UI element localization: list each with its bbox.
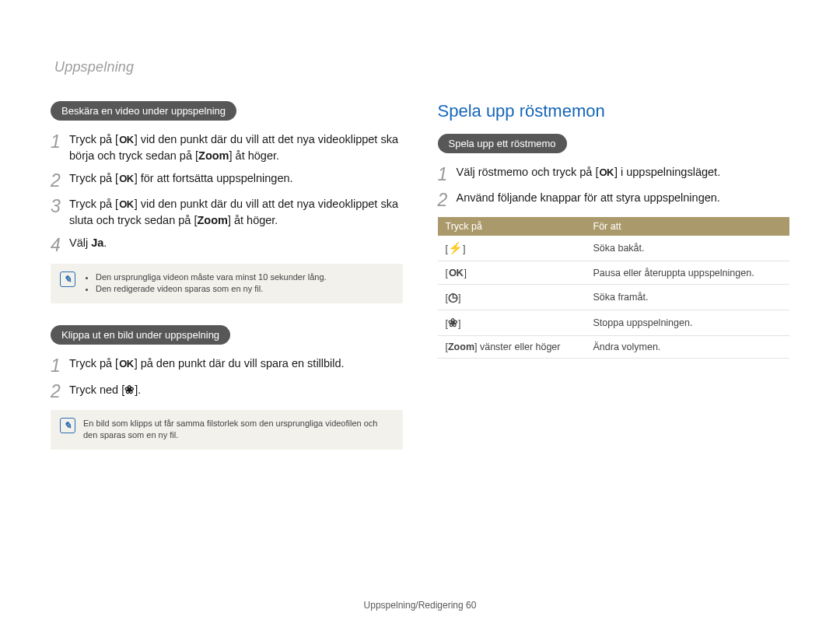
text: Tryck på [ — [69, 133, 118, 145]
zoom-label: Zoom — [448, 342, 474, 352]
th-press: Tryck på — [438, 217, 586, 236]
th-to: För att — [586, 217, 790, 236]
zoom-label: Zoom — [197, 214, 227, 226]
text: ] åt höger. — [228, 214, 278, 226]
note-icon: ✎ — [60, 271, 75, 287]
ok-icon: OK — [448, 267, 464, 278]
step-4: 4 Välj Ja. — [51, 235, 403, 254]
step-body: Tryck på [OK] för att fortsätta uppspeln… — [69, 170, 293, 187]
step-body: Tryck på [OK] på den punkt där du vill s… — [69, 356, 345, 372]
bracket: ] — [458, 292, 460, 303]
text: . — [103, 236, 107, 249]
cell-key: [Zoom] vänster eller höger — [438, 336, 586, 359]
step-body: Tryck ned [❀]. — [69, 381, 141, 398]
footer-label: Uppspelning/Redigering — [364, 600, 466, 611]
r-step-1: 1 Välj röstmemo och tryck på [OK] i upps… — [438, 164, 790, 184]
ok-icon: OK — [118, 133, 135, 148]
text: ] åt höger. — [229, 149, 280, 162]
right-column: Spela upp röstmemon Spela upp ett röstme… — [438, 101, 790, 450]
cell-action: Söka framåt. — [586, 285, 790, 310]
step-number: 3 — [51, 196, 69, 215]
note-icon: ✎ — [60, 418, 75, 433]
text: Tryck på [ — [69, 172, 118, 184]
table-row: [⚡] Söka bakåt. — [438, 236, 790, 261]
step-2b: 2 Tryck ned [❀]. — [51, 381, 403, 401]
step-3: 3 Tryck på [OK] vid den punkt där du vil… — [51, 196, 403, 229]
macro-icon: ❀ — [448, 316, 458, 330]
step-body: Välj röstmemo och tryck på [OK] i uppspe… — [457, 164, 721, 180]
text: ] för att fortsätta uppspelningen. — [135, 172, 293, 184]
note-text: En bild som klipps ut får samma filstorl… — [83, 418, 394, 442]
bracket: ] — [458, 318, 460, 329]
step-number: 1 — [51, 356, 69, 375]
table-row: [◷] Söka framåt. — [438, 285, 790, 310]
page-footer: Uppspelning/Redigering 60 — [0, 600, 840, 611]
text: ] vänster eller höger — [474, 342, 560, 352]
note-list: Den ursprungliga videon måste vara minst… — [83, 271, 327, 296]
step-number: 2 — [51, 170, 69, 190]
step-1: 1 Tryck på [OK] vid den punkt där du vil… — [51, 131, 403, 164]
heading-voice-memo: Spela upp röstmemon — [438, 101, 790, 121]
pill-play-memo: Spela upp ett röstmemo — [438, 134, 567, 153]
note-item: Den ursprungliga videon måste vara minst… — [96, 271, 327, 283]
step-body: Tryck på [OK] vid den punkt där du vill … — [69, 196, 403, 229]
cell-action: Söka bakåt. — [586, 236, 790, 261]
step-2: 2 Tryck på [OK] för att fortsätta uppspe… — [51, 170, 403, 190]
text: Välj — [69, 236, 91, 249]
cell-key: [⚡] — [438, 236, 586, 261]
running-head: Uppspelning — [54, 59, 134, 75]
pill-trim-video: Beskära en video under uppspelning — [51, 101, 236, 121]
ja-label: Ja — [91, 236, 103, 249]
r-step-2: 2 Använd följande knappar för att styra … — [438, 190, 790, 209]
step-number: 4 — [51, 235, 69, 254]
text: Tryck ned [ — [69, 384, 124, 396]
ok-icon: OK — [118, 198, 135, 212]
note-box-2: ✎ En bild som klipps ut får samma filsto… — [51, 410, 403, 450]
left-column: Beskära en video under uppspelning 1 Try… — [51, 101, 403, 450]
step-number: 1 — [51, 131, 69, 151]
pill-clip-image: Klippa ut en bild under uppspelning — [51, 325, 230, 345]
cell-key: [OK] — [438, 261, 586, 285]
timer-icon: ◷ — [448, 290, 458, 304]
section-clip-image: Klippa ut en bild under uppspelning 1 Tr… — [51, 325, 403, 450]
cell-key: [❀] — [438, 310, 586, 336]
ok-icon: OK — [118, 357, 135, 372]
bracket: ] — [463, 243, 465, 254]
text: ] på den punkt där du vill spara en stil… — [135, 357, 345, 370]
step-body: Välj Ja. — [69, 235, 107, 251]
step-number: 2 — [51, 381, 69, 401]
macro-icon: ❀ — [124, 381, 135, 398]
controls-table: Tryck på För att [⚡] Söka bakåt. [OK] — [438, 217, 790, 359]
bracket: ] — [464, 268, 466, 278]
text: Tryck på [ — [69, 357, 118, 370]
text: Tryck på [ — [69, 198, 118, 210]
cell-key: [◷] — [438, 285, 586, 310]
table-row: [❀] Stoppa uppspelningen. — [438, 310, 790, 336]
note-box-1: ✎ Den ursprungliga videon måste vara min… — [51, 264, 403, 303]
ok-icon: OK — [118, 172, 135, 187]
step-number: 1 — [438, 164, 457, 184]
table-row: [OK] Pausa eller återuppta uppspelningen… — [438, 261, 790, 285]
note-item: Den redigerade videon sparas som en ny f… — [96, 283, 327, 295]
cell-action: Ändra volymen. — [586, 336, 790, 359]
text: ] i uppspelningsläget. — [614, 166, 720, 178]
step-number: 2 — [438, 190, 457, 209]
step-body: Använd följande knappar för att styra up… — [457, 190, 720, 206]
flash-icon: ⚡ — [448, 241, 463, 255]
ok-icon: OK — [598, 166, 614, 180]
page-number: 60 — [466, 600, 476, 611]
text: ]. — [135, 384, 141, 396]
step-1b: 1 Tryck på [OK] på den punkt där du vill… — [51, 356, 403, 375]
step-body: Tryck på [OK] vid den punkt där du vill … — [69, 131, 403, 164]
zoom-label: Zoom — [198, 149, 229, 162]
cell-action: Pausa eller återuppta uppspelningen. — [586, 261, 790, 285]
table-row: [Zoom] vänster eller höger Ändra volymen… — [438, 336, 790, 359]
text: Välj röstmemo och tryck på [ — [457, 166, 599, 178]
cell-action: Stoppa uppspelningen. — [586, 310, 790, 336]
